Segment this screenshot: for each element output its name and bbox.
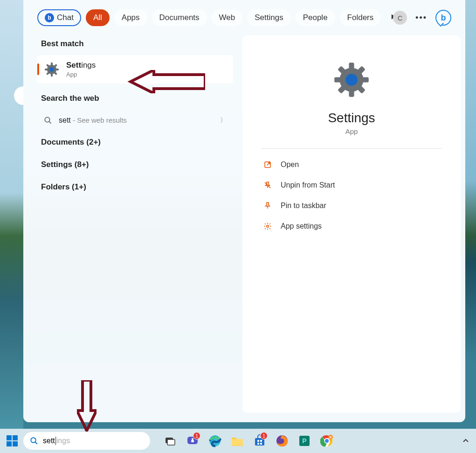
app-button[interactable]: P <box>295 431 314 451</box>
svg-line-26 <box>35 442 37 444</box>
file-explorer-button[interactable] <box>228 431 247 451</box>
unpin-icon <box>263 181 272 190</box>
bing-icon[interactable]: b <box>435 10 451 26</box>
svg-rect-31 <box>191 440 194 442</box>
filter-bar: b Chat All Apps Documents Web Settings P… <box>23 0 465 35</box>
chrome-button[interactable]: R <box>317 431 337 451</box>
web-result-text: sett - See web results <box>59 116 214 125</box>
taskbar: settings 1 1 P R <box>0 429 476 453</box>
svg-rect-13 <box>349 63 354 70</box>
task-view-button[interactable] <box>160 431 180 451</box>
gear-icon <box>263 222 272 231</box>
pin-icon <box>263 201 272 210</box>
filter-web[interactable]: Web <box>212 9 243 26</box>
svg-point-9 <box>49 67 54 72</box>
svg-rect-3 <box>45 68 48 70</box>
category-settings[interactable]: Settings (8+) <box>37 153 233 176</box>
action-open[interactable]: Open <box>261 154 442 175</box>
search-results-panel: b Chat All Apps Documents Web Settings P… <box>23 0 465 422</box>
svg-point-10 <box>45 117 50 122</box>
start-button[interactable] <box>4 432 21 449</box>
filter-apps[interactable]: Apps <box>114 9 147 26</box>
action-label: Pin to taskbar <box>281 202 326 210</box>
detail-subtitle: App <box>345 127 358 135</box>
best-match-subtitle: App <box>66 71 96 78</box>
edge-icon <box>208 434 221 447</box>
user-avatar[interactable]: C <box>393 11 407 25</box>
badge: 1 <box>260 432 268 439</box>
open-icon <box>263 160 272 169</box>
chevron-right-icon: 〉 <box>220 116 227 125</box>
svg-rect-28 <box>167 439 175 445</box>
svg-rect-36 <box>260 440 262 442</box>
teams-chat-button[interactable]: 1 <box>183 431 202 451</box>
svg-rect-15 <box>334 77 342 82</box>
svg-rect-16 <box>361 77 369 82</box>
firefox-button[interactable] <box>272 431 292 451</box>
svg-rect-35 <box>257 440 259 442</box>
chevron-up-icon <box>462 438 469 444</box>
task-view-icon <box>164 435 176 447</box>
filter-documents[interactable]: Documents <box>152 9 207 26</box>
svg-point-21 <box>345 74 358 86</box>
svg-line-11 <box>49 121 51 124</box>
svg-rect-14 <box>349 90 354 97</box>
chat-filter-button[interactable]: b Chat <box>37 9 81 26</box>
search-typed-text: settings <box>43 437 70 445</box>
svg-rect-4 <box>56 68 59 70</box>
tray-chevron-button[interactable] <box>459 434 472 447</box>
firefox-icon <box>276 434 289 447</box>
divider <box>261 148 442 149</box>
action-unpin-start[interactable]: Unpin from Start <box>261 175 442 195</box>
action-pin-taskbar[interactable]: Pin to taskbar <box>261 195 442 216</box>
svg-text:P: P <box>302 437 306 445</box>
svg-rect-1 <box>51 63 53 65</box>
filter-settings[interactable]: Settings <box>247 9 290 26</box>
category-documents[interactable]: Documents (2+) <box>37 131 233 153</box>
more-options-button[interactable]: ••• <box>415 13 427 23</box>
taskbar-search-box[interactable]: settings <box>23 432 150 450</box>
svg-point-30 <box>192 438 193 440</box>
microsoft-store-button[interactable]: 1 <box>250 431 269 451</box>
bing-chat-icon: b <box>45 13 54 22</box>
category-folders[interactable]: Folders (1+) <box>37 176 233 198</box>
edge-button[interactable] <box>205 431 225 451</box>
windows-logo-icon <box>7 435 18 446</box>
action-app-settings[interactable]: App settings <box>261 216 442 237</box>
action-label: Open <box>281 160 299 169</box>
gear-icon <box>44 62 60 77</box>
svg-rect-33 <box>232 439 243 446</box>
search-icon <box>44 116 52 125</box>
annotation-arrow-down <box>77 380 97 432</box>
best-match-header: Best match <box>41 39 233 49</box>
app-icon: P <box>298 434 311 447</box>
filter-all[interactable]: All <box>86 9 110 26</box>
filter-folders[interactable]: Folders <box>340 9 381 26</box>
chat-label: Chat <box>57 13 74 22</box>
web-search-result[interactable]: sett - See web results 〉 <box>37 110 233 131</box>
svg-text:R: R <box>329 436 331 439</box>
svg-rect-38 <box>260 443 262 445</box>
badge: 1 <box>193 432 200 439</box>
gear-icon <box>333 61 370 100</box>
chrome-icon: R <box>320 434 333 447</box>
folder-icon <box>231 435 244 447</box>
action-label: App settings <box>281 222 322 230</box>
action-label: Unpin from Start <box>281 181 335 189</box>
svg-point-25 <box>31 438 36 443</box>
svg-point-24 <box>267 225 269 228</box>
detail-pane: Settings App Open Unpin from Start Pin t… <box>242 35 461 413</box>
search-web-header: Search the web <box>41 94 233 103</box>
svg-rect-37 <box>257 443 259 445</box>
best-match-title: Settings <box>66 61 96 70</box>
search-icon <box>30 437 38 445</box>
svg-rect-2 <box>51 73 53 76</box>
annotation-arrow-left <box>126 70 205 93</box>
filter-people[interactable]: People <box>296 9 335 26</box>
detail-title: Settings <box>328 111 375 125</box>
